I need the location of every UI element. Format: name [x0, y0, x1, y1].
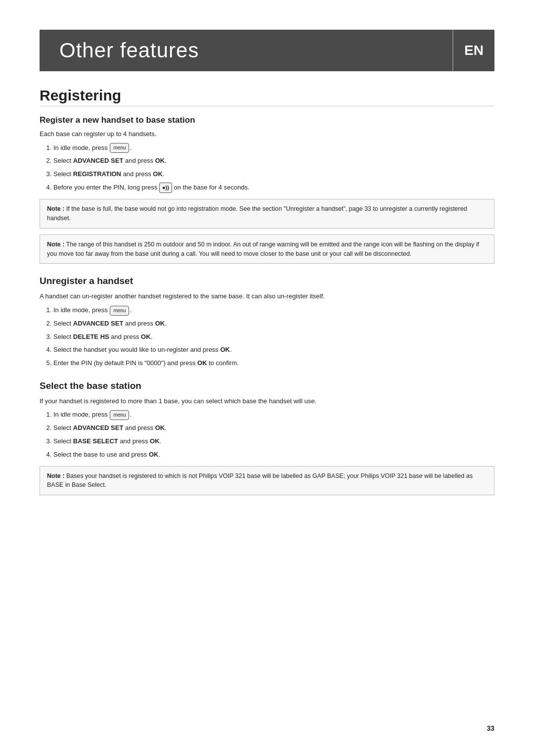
main-section-heading: Registering — [40, 87, 494, 106]
register-note-2: Note : The range of this handset is 250 … — [40, 235, 494, 264]
register-step-4: Before you enter the PIN, long press ●))… — [53, 183, 494, 193]
paging-button-icon: ●)) — [159, 183, 172, 193]
banner-lang: EN — [452, 30, 494, 71]
select-base-steps-list: In idle mode, press menu. Select ADVANCE… — [53, 410, 494, 460]
register-note-1: Note : If the base is full, the base wou… — [40, 199, 494, 229]
banner-title: Other features — [40, 30, 452, 71]
register-steps-list: In idle mode, press menu. Select ADVANCE… — [53, 143, 494, 193]
menu-button-icon-3: menu — [110, 410, 129, 420]
unregister-step-5: Enter the PIN (by default PIN is "0000")… — [53, 358, 494, 369]
section-heading-unregister: Unregister a handset — [40, 276, 494, 286]
unregister-step-1: In idle mode, press menu. — [53, 305, 494, 316]
page: Other features EN Registering Register a… — [0, 0, 534, 756]
menu-button-icon: menu — [110, 143, 129, 153]
register-step-1: In idle mode, press menu. — [53, 143, 494, 153]
unregister-step-2: Select ADVANCED SET and press OK. — [53, 319, 494, 329]
select-base-step-2: Select ADVANCED SET and press OK. — [53, 423, 494, 433]
register-step-3: Select REGISTRATION and press OK. — [53, 169, 494, 180]
select-base-step-1: In idle mode, press menu. — [53, 410, 494, 420]
menu-button-icon-2: menu — [110, 306, 129, 316]
section-register-new-handset: Register a new handset to base station E… — [40, 115, 494, 264]
register-intro: Each base can register up to 4 handsets. — [40, 129, 494, 139]
unregister-steps-list: In idle mode, press menu. Select ADVANCE… — [53, 305, 494, 369]
register-step-2: Select ADVANCED SET and press OK. — [53, 156, 494, 166]
unregister-step-3: Select DELETE HS and press OK. — [53, 332, 494, 342]
section-unregister-handset: Unregister a handset A handset can un-re… — [40, 276, 494, 368]
section-heading-select-base: Select the base station — [40, 380, 494, 391]
section-heading-register: Register a new handset to base station — [40, 115, 494, 125]
select-base-step-3: Select BASE SELECT and press OK. — [53, 436, 494, 447]
unregister-intro: A handset can un-register another handse… — [40, 291, 494, 301]
select-base-intro: If your handset is registered to more th… — [40, 396, 494, 406]
select-base-note: Note : Bases your handset is registered … — [40, 466, 494, 496]
unregister-step-4: Select the handset you would like to un-… — [53, 345, 494, 355]
select-base-step-4: Select the base to use and press OK. — [53, 450, 494, 460]
page-number: 33 — [487, 724, 494, 732]
header-banner: Other features EN — [40, 30, 494, 71]
section-select-base: Select the base station If your handset … — [40, 380, 494, 495]
